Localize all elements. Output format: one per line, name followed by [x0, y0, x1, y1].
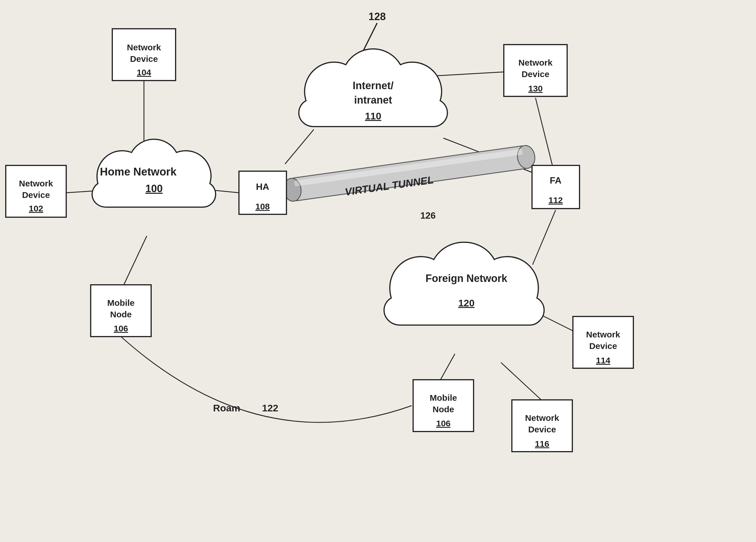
svg-text:HA: HA — [256, 182, 269, 192]
svg-text:Device: Device — [130, 54, 158, 64]
svg-text:108: 108 — [255, 202, 270, 211]
svg-text:106: 106 — [436, 419, 451, 428]
svg-text:Node: Node — [433, 404, 454, 414]
svg-text:120: 120 — [458, 297, 475, 308]
network-device-130: Network Device 130 — [504, 45, 567, 96]
roam-label: Roam — [213, 402, 240, 413]
svg-text:Device: Device — [528, 425, 556, 434]
svg-text:Device: Device — [522, 69, 550, 79]
svg-text:Mobile: Mobile — [107, 298, 135, 307]
svg-text:Network: Network — [127, 43, 161, 52]
tunnel-id: 126 — [420, 210, 436, 221]
svg-text:Device: Device — [22, 190, 50, 200]
svg-text:Internet/: Internet/ — [353, 80, 394, 92]
svg-text:Network: Network — [518, 58, 553, 67]
svg-text:Foreign Network: Foreign Network — [426, 272, 508, 284]
mobile-node-106-right: Mobile Node 106 — [413, 380, 474, 431]
svg-text:110: 110 — [365, 111, 381, 121]
svg-text:intranet: intranet — [354, 94, 392, 106]
svg-text:Node: Node — [110, 309, 132, 319]
network-device-116: Network Device 116 — [512, 400, 572, 452]
svg-text:Network: Network — [586, 330, 620, 339]
svg-text:114: 114 — [596, 355, 610, 365]
mobile-node-106-left: Mobile Node 106 — [91, 285, 151, 336]
svg-text:FA: FA — [550, 175, 562, 186]
svg-text:112: 112 — [548, 195, 563, 205]
svg-text:Home Network: Home Network — [100, 166, 177, 178]
network-device-114: Network Device 114 — [573, 316, 633, 368]
svg-text:Device: Device — [589, 341, 617, 351]
svg-text:104: 104 — [137, 68, 151, 77]
svg-text:Network: Network — [19, 179, 53, 188]
network-device-104: Network Device 104 — [112, 29, 176, 81]
label-128: 128 — [368, 11, 386, 22]
svg-text:Mobile: Mobile — [430, 393, 457, 402]
svg-text:106: 106 — [114, 324, 128, 333]
svg-text:116: 116 — [535, 439, 549, 448]
diagram: VIRTUAL TUNNEL 126 128 Roam 122 Home Net… — [0, 0, 756, 542]
fa-112: FA 112 — [532, 166, 580, 209]
svg-text:130: 130 — [528, 84, 543, 93]
svg-text:100: 100 — [145, 183, 163, 195]
svg-text:Network: Network — [525, 413, 559, 423]
ha-108: HA 108 — [239, 171, 286, 214]
roam-id: 122 — [262, 402, 278, 413]
network-device-102: Network Device 102 — [6, 166, 66, 217]
svg-text:102: 102 — [29, 204, 43, 213]
